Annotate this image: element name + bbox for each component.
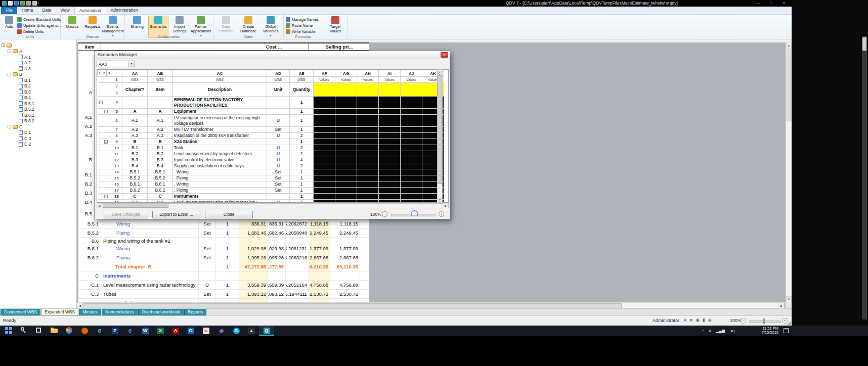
row-description[interactable]: Wiring	[101, 244, 199, 253]
cell-chapter[interactable]: A	[122, 109, 148, 115]
scenario-value-cell[interactable]	[379, 133, 401, 139]
sheet-horizontal-scrollbar[interactable]: ◀ ▶	[77, 302, 785, 308]
skype-icon[interactable]: S	[229, 326, 244, 336]
grid-column-header[interactable]: AE	[290, 70, 314, 77]
grid-column-header[interactable]: AC	[173, 70, 267, 77]
scenario-grid-row[interactable]: - 4 RENEWAL OF SUTTON FACTORY PRODUCTION…	[98, 97, 444, 109]
internet-explorer-icon[interactable]: e	[92, 326, 107, 336]
row-description[interactable]: Total chapter: C	[101, 299, 199, 302]
tab-home[interactable]: Home	[17, 7, 38, 14]
sheet-tab-expanded-wbs[interactable]: Expanded WBS	[41, 309, 78, 315]
row-cost-price[interactable]: 47,277.85	[239, 262, 268, 271]
zoom-slider-thumb[interactable]	[763, 318, 765, 324]
scenario-value-cell[interactable]	[335, 200, 357, 203]
scenario-value-cell[interactable]	[314, 97, 335, 109]
scenario-grid-row[interactable]: 8 A.3 A.3 Installation of the 2500 kVA t…	[98, 133, 444, 139]
cell-description[interactable]: Level measurement using radar technology	[173, 200, 267, 203]
cell-item[interactable]: B.2	[148, 151, 173, 157]
write-variable-button[interactable]: Write Variable	[286, 29, 319, 34]
scenario-header-cell[interactable]	[401, 83, 422, 97]
scenario-value-cell[interactable]	[401, 133, 422, 139]
row-selling-price[interactable]: 1,377.09	[309, 244, 330, 253]
row-cost-total[interactable]: 47,277.85	[268, 262, 286, 271]
cell-unit[interactable]	[267, 97, 290, 109]
save-icon[interactable]	[14, 1, 19, 6]
scenario-value-cell[interactable]	[314, 157, 335, 163]
tree-node-b[interactable]: - B	[0, 72, 76, 78]
cell-unit[interactable]: Set	[267, 169, 290, 175]
status-lock-icon[interactable]: ■	[689, 317, 692, 323]
scenario-value-cell[interactable]	[314, 115, 335, 127]
row-selling-total[interactable]	[330, 271, 360, 280]
tray-network-icon[interactable]: ▂▄▆	[716, 329, 725, 333]
export-to-excel-button[interactable]: Export to Excel ...	[152, 211, 200, 218]
zoom-out-button[interactable]: −	[741, 318, 746, 324]
tray-expand-icon[interactable]: ^	[702, 329, 704, 333]
visual-studio-icon[interactable]: ◆	[213, 326, 229, 336]
desktop-edge-scrollbar[interactable]	[862, 36, 867, 319]
row-unit[interactable]: Set	[199, 219, 216, 228]
manage-names-button[interactable]: Manage Names	[286, 17, 319, 22]
tab-data[interactable]: Data	[37, 7, 56, 14]
outline-collapse-icon[interactable]: -	[104, 110, 108, 113]
redo-icon[interactable]	[26, 1, 31, 6]
cell-quantity[interactable]: 1	[290, 181, 314, 188]
cell-chapter[interactable]: A.1	[122, 115, 148, 127]
scenario-value-cell[interactable]	[357, 188, 379, 194]
scenario-value-cell[interactable]	[314, 133, 335, 139]
row-unit[interactable]: Set	[199, 290, 216, 298]
scenario-value-cell[interactable]	[335, 127, 357, 133]
file-explorer-icon[interactable]	[47, 326, 62, 336]
cell-quantity[interactable]: 1	[290, 200, 314, 203]
scenario-value-cell[interactable]	[314, 109, 335, 115]
cell-quantity[interactable]: 1	[290, 169, 314, 175]
row-coefficient[interactable]: 25.2058948	[286, 228, 309, 237]
cell-quantity[interactable]: 2	[290, 151, 314, 157]
scenario-combo[interactable]: ▾	[97, 61, 135, 67]
row-cost-total[interactable]: 1,682.46	[268, 228, 286, 237]
tree-node-c-1[interactable]: C.1	[0, 130, 76, 136]
scenario-value-cell[interactable]	[401, 169, 422, 175]
scenario-value-cell[interactable]	[401, 127, 422, 133]
dialog-close-button[interactable]: Close	[205, 211, 253, 218]
row-selling-total[interactable]: 2,249.45	[330, 228, 360, 237]
cell-description[interactable]: Instruments	[173, 194, 267, 200]
scenario-value-cell[interactable]	[335, 188, 357, 194]
scenario-value-cell[interactable]	[357, 115, 379, 127]
word-icon[interactable]: W	[138, 326, 153, 336]
scenario-value-cell[interactable]	[379, 188, 401, 194]
grid-column-header[interactable]: AD	[267, 70, 290, 77]
scenario-value-cell[interactable]	[335, 157, 357, 163]
cell-description[interactable]: . Wiring	[173, 169, 267, 175]
cell-item[interactable]: A.3	[148, 133, 173, 139]
row-unit[interactable]: Set	[199, 244, 216, 253]
row-cost-total[interactable]: 836.31	[268, 219, 286, 228]
row-cost-total[interactable]: 3,559.39	[268, 281, 286, 289]
row-selling-total[interactable]: 4,758.88	[330, 281, 360, 289]
row-quantity[interactable]: 1	[216, 262, 239, 271]
scenario-value-cell[interactable]	[357, 145, 379, 151]
zoom-in-button[interactable]: +	[439, 211, 444, 217]
cell-quantity[interactable]: 1	[290, 175, 314, 181]
minimize-button[interactable]: –	[752, 0, 765, 6]
scenario-value-cell[interactable]	[314, 151, 335, 157]
scenario-value-cell[interactable]	[314, 181, 335, 188]
scenario-grid-row[interactable]: 10 B.1 B.1 Tank U 2	[98, 145, 444, 151]
scenario-value-cell[interactable]	[357, 200, 379, 203]
chevron-down-icon[interactable]: ▾	[128, 61, 135, 67]
tree-expander-icon[interactable]: -	[8, 125, 11, 128]
cell-quantity[interactable]: 4	[290, 157, 314, 163]
scenario-value-cell[interactable]	[335, 145, 357, 151]
scenario-value-cell[interactable]	[401, 145, 422, 151]
cell-description[interactable]: Installation of the 2500 kVA transformer	[173, 133, 267, 139]
taskbar-clock[interactable]: 11:51 PM 7/15/2019	[753, 327, 778, 335]
task-view-button[interactable]	[31, 326, 47, 336]
row-description[interactable]: Piping	[101, 253, 199, 262]
scenario-value-cell[interactable]	[379, 145, 401, 151]
scenario-value-cell[interactable]	[314, 127, 335, 133]
cell-item[interactable]: A.1	[148, 115, 173, 127]
cell-unit[interactable]: U	[267, 151, 290, 157]
update-units-button[interactable]: Update Units against...	[17, 23, 62, 28]
cell-chapter[interactable]: B.5.1	[122, 169, 148, 175]
tab-automation[interactable]: Automation	[74, 7, 106, 14]
